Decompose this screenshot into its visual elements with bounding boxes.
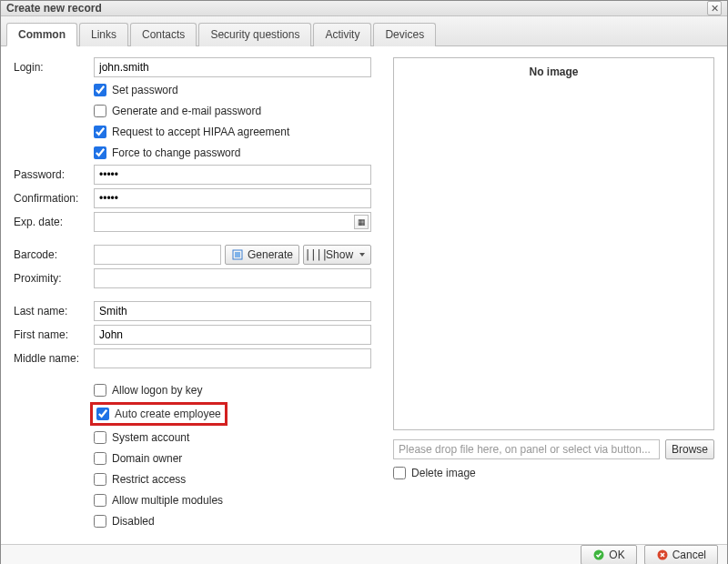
disabled-label: Disabled xyxy=(112,515,155,528)
hipaa-label: Request to accept HIPAA agreement xyxy=(112,126,289,138)
hipaa-checkbox[interactable] xyxy=(94,126,106,138)
auto-create-employee-checkbox[interactable] xyxy=(96,408,109,420)
password-label: Password: xyxy=(14,168,94,181)
chevron-down-icon xyxy=(359,253,365,257)
browse-button[interactable]: Browse xyxy=(665,439,714,459)
ok-button-text: OK xyxy=(609,549,624,561)
tab-activity[interactable]: Activity xyxy=(313,23,371,46)
cancel-button-text: Cancel xyxy=(672,549,706,561)
proximity-label: Proximity: xyxy=(14,272,94,285)
svg-rect-1 xyxy=(235,252,240,257)
password-input[interactable] xyxy=(94,165,371,185)
no-image-text: No image xyxy=(530,65,579,78)
file-path-display: Please drop file here, on panel or selec… xyxy=(393,439,660,459)
domain-owner-label: Domain owner xyxy=(112,452,182,465)
show-button-text: Show xyxy=(326,248,353,261)
tab-security-questions[interactable]: Security questions xyxy=(198,23,311,46)
delete-image-label: Delete image xyxy=(411,467,476,479)
calendar-picker-button[interactable]: ▦ xyxy=(354,215,369,229)
allow-multiple-modules-checkbox[interactable] xyxy=(94,494,106,507)
allow-multiple-modules-label: Allow multiple modules xyxy=(112,494,223,507)
last-name-label: Last name: xyxy=(14,305,94,317)
tab-links[interactable]: Links xyxy=(79,23,128,46)
cancel-button[interactable]: Cancel xyxy=(644,545,718,564)
login-input[interactable] xyxy=(94,57,371,77)
set-password-label: Set password xyxy=(112,84,178,96)
generate-barcode-button[interactable]: Generate xyxy=(225,245,299,265)
show-barcode-button[interactable]: |||| Show xyxy=(303,245,371,265)
allow-logon-key-checkbox[interactable] xyxy=(94,384,106,397)
barcode-icon: |||| xyxy=(309,248,322,261)
allow-logon-key-label: Allow logon by key xyxy=(112,384,202,397)
close-icon: ✕ xyxy=(711,3,719,15)
restrict-access-label: Restrict access xyxy=(112,473,186,486)
dialog-footer: OK Cancel xyxy=(1,544,727,564)
delete-image-checkbox[interactable] xyxy=(393,467,406,479)
calendar-icon: ▦ xyxy=(358,217,366,227)
restrict-access-checkbox[interactable] xyxy=(94,473,106,486)
set-password-checkbox[interactable] xyxy=(94,84,106,96)
generate-icon xyxy=(231,248,244,261)
ok-button[interactable]: OK xyxy=(581,545,636,564)
force-change-password-label: Force to change password xyxy=(112,146,240,159)
barcode-input[interactable] xyxy=(94,245,221,265)
close-button[interactable]: ✕ xyxy=(707,1,722,15)
cancel-icon xyxy=(656,549,669,561)
tab-common[interactable]: Common xyxy=(6,23,77,46)
middle-name-label: Middle name: xyxy=(14,352,94,365)
force-change-password-checkbox[interactable] xyxy=(94,146,106,159)
first-name-input[interactable] xyxy=(94,325,371,345)
system-account-label: System account xyxy=(112,431,189,444)
confirmation-label: Confirmation: xyxy=(14,192,94,205)
generate-email-password-label: Generate and e-mail password xyxy=(112,105,261,117)
tab-strip: Common Links Contacts Security questions… xyxy=(1,16,727,46)
auto-create-employee-label: Auto create employee xyxy=(115,408,221,420)
generate-button-text: Generate xyxy=(248,248,293,261)
tab-devices[interactable]: Devices xyxy=(373,23,436,46)
tab-contacts[interactable]: Contacts xyxy=(130,23,197,46)
barcode-label: Barcode: xyxy=(14,248,94,261)
disabled-checkbox[interactable] xyxy=(94,515,106,528)
exp-date-label: Exp. date: xyxy=(14,216,94,228)
image-drop-panel[interactable]: No image xyxy=(393,57,714,430)
system-account-checkbox[interactable] xyxy=(94,431,106,444)
title-bar: Create new record ✕ xyxy=(1,1,727,16)
middle-name-input[interactable] xyxy=(94,348,371,368)
generate-email-password-checkbox[interactable] xyxy=(94,105,106,117)
auto-create-employee-highlight: Auto create employee xyxy=(90,402,228,426)
proximity-input[interactable] xyxy=(94,268,371,288)
window-title: Create new record xyxy=(6,2,707,15)
domain-owner-checkbox[interactable] xyxy=(94,452,106,465)
exp-date-input[interactable] xyxy=(94,212,371,232)
last-name-input[interactable] xyxy=(94,301,371,321)
ok-icon xyxy=(592,549,605,561)
confirmation-input[interactable] xyxy=(94,188,371,208)
first-name-label: First name: xyxy=(14,328,94,341)
login-label: Login: xyxy=(14,61,94,74)
